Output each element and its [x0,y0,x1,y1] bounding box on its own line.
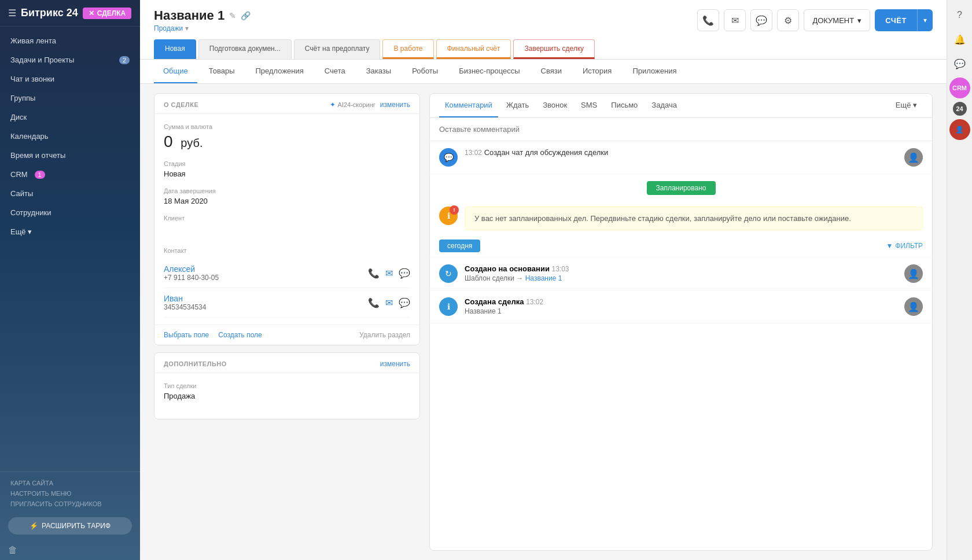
tasks-badge: 2 [119,56,130,64]
date-label: Дата завершения [164,187,410,194]
sidebar-item-tasks[interactable]: Задачи и Проекты 2 [0,50,140,69]
contact-label: Контакт [164,247,410,254]
sidebar-item-calendar[interactable]: Календарь [0,127,140,146]
info-timeline-icon: ℹ [439,297,458,316]
sidebar-item-groups[interactable]: Группы [0,89,140,108]
stage-final[interactable]: Финальный счёт [436,39,511,59]
sidebar-item-employees[interactable]: Сотрудники [0,203,140,222]
additional-change-link[interactable]: изменить [380,360,410,368]
right-activity-panel: Комментарий Ждать Звонок SMS Письмо Зада… [429,93,933,551]
contact-name-ivan[interactable]: Иван [164,294,206,303]
topbar-actions: 📞 ✉ 💬 ⚙ ДОКУМЕНТ ▾ СЧЁТ ▾ [697,9,933,31]
tab-offers[interactable]: Предложения [246,60,312,83]
stage-new[interactable]: Новая [154,39,196,59]
notifications-count-badge[interactable]: 24 [953,102,967,116]
activity-tab-sms[interactable]: SMS [575,94,603,117]
timeline-item-created: ℹ Создана сделка 13:02 Название 1 👤 [430,290,932,323]
activity-tab-comment[interactable]: Комментарий [439,94,498,117]
tab-links[interactable]: Связи [532,60,571,83]
sitemap-link[interactable]: КАРТА САЙТА [10,478,130,488]
deal-card-header: О СДЕЛКЕ ✦ AI24-скоринг изменить [154,94,419,114]
stage-docs[interactable]: Подготовка докумен... [198,39,292,59]
contact-chat-icon[interactable]: 💬 [399,268,410,279]
message-icon-btn[interactable]: 💬 [949,53,970,74]
deal-badge[interactable]: ✕ СДЕЛКА [83,8,131,19]
user-avatar[interactable]: 👤 [949,119,970,140]
invoice-arrow-button[interactable]: ▾ [917,9,933,31]
ivan-email-icon[interactable]: ✉ [385,297,393,308]
invoice-main-button[interactable]: СЧЁТ [875,9,917,31]
comment-input[interactable] [439,125,923,134]
delete-section-link[interactable]: Удалить раздел [359,331,410,339]
activity-tab-wait[interactable]: Ждать [500,94,535,117]
date-value: 18 Мая 2020 [164,197,410,205]
tab-history[interactable]: История [573,60,621,83]
breadcrumb-link[interactable]: Продажи [154,24,183,32]
sidebar-item-feed[interactable]: Живая лента [0,31,140,50]
created-title-row: Создана сделка 13:02 [465,297,897,306]
deal-link[interactable]: Название 1 [525,274,562,282]
sidebar-divider [0,471,140,472]
contact-email-icon[interactable]: ✉ [385,268,393,279]
document-button[interactable]: ДОКУМЕНТ ▾ [804,9,870,31]
sidebar-item-time[interactable]: Время и отчеты [0,146,140,165]
deal-section-title: О СДЕЛКЕ [164,101,198,108]
create-field-link[interactable]: Создать поле [218,331,262,339]
notification-icon-btn[interactable]: 🔔 [949,29,970,50]
sync-title-row: Создано на основании 13:03 [465,264,897,273]
expand-plan-button[interactable]: ⚡ РАСШИРИТЬ ТАРИФ [8,517,132,535]
sidebar-item-disk[interactable]: Диск [0,108,140,127]
tab-apps[interactable]: Приложения [623,60,686,83]
hamburger-icon[interactable]: ☰ [8,8,16,19]
edit-icon[interactable]: ✎ [229,11,236,20]
client-label: Клиент [164,215,410,222]
link-icon[interactable]: 🔗 [241,11,251,20]
activity-tab-call[interactable]: Звонок [537,94,573,117]
tab-invoices[interactable]: Счета [315,60,355,83]
settings-button[interactable]: ⚙ [777,9,799,31]
crm-icon-btn[interactable]: CRM [949,78,970,98]
sidebar-item-more[interactable]: Ещё ▾ [0,222,140,241]
deal-card-body: Сумма и валюта 0 руб. Стадия Новая Дата … [154,114,419,240]
contact-phone-ivan: 34534534534 [164,303,206,311]
ivan-chat-icon[interactable]: 💬 [399,297,410,308]
ai-icon: ✦ [330,101,336,109]
deal-change-link[interactable]: изменить [380,101,410,109]
tab-general[interactable]: Общие [154,60,197,83]
contact-call-icon[interactable]: 📞 [368,268,380,279]
stage-inwork[interactable]: В работе [382,39,433,59]
stage-prepayment[interactable]: Счёт на предоплату [294,39,381,59]
activity-tab-more[interactable]: Ещё ▾ [890,94,923,117]
filter-icon: ▼ [886,242,893,250]
tab-orders[interactable]: Заказы [357,60,400,83]
breadcrumb-arrow-icon: ▾ [185,24,189,32]
email-icon: ✉ [731,15,739,26]
help-icon-btn[interactable]: ? [949,5,970,25]
stage-complete[interactable]: Завершить сделку [513,39,595,59]
configure-menu-link[interactable]: НАСТРОИТЬ МЕНЮ [10,488,130,499]
ivan-call-icon[interactable]: 📞 [368,297,380,308]
trash-icon[interactable]: 🗑 [8,545,17,555]
deal-info-card: О СДЕЛКЕ ✦ AI24-скоринг изменить Сумма и… [154,93,420,345]
sidebar-item-crm[interactable]: CRM 1 [0,165,140,184]
tab-robots[interactable]: Роботы [403,60,447,83]
sidebar-item-sites[interactable]: Сайты [0,184,140,203]
chat-button[interactable]: 💬 [750,9,772,31]
deal-type-value: Продажа [164,392,410,400]
select-field-link[interactable]: Выбрать поле [164,331,209,339]
call-button[interactable]: 📞 [697,9,719,31]
expand-icon: ⚡ [30,522,38,530]
contact-name[interactable]: Алексей [164,264,219,274]
activity-tab-email[interactable]: Письмо [605,94,643,117]
tab-goods[interactable]: Товары [200,60,244,83]
deal-type-label: Тип сделки [164,382,410,389]
filter-button[interactable]: ▼ ФИЛЬТР [886,242,923,250]
deal-badge-close-icon[interactable]: ✕ [89,9,94,17]
email-button[interactable]: ✉ [724,9,746,31]
activity-tab-task[interactable]: Задача [646,94,683,117]
sidebar-item-chat[interactable]: Чат и звонки [0,69,140,89]
sync-time: 13:03 [552,265,569,273]
tab-bizproc[interactable]: Бизнес-процессы [450,60,529,83]
invite-employees-link[interactable]: ПРИГЛАСИТЬ СОТРУДНИКОВ [10,499,130,509]
page-title: Название 1 [154,8,224,23]
